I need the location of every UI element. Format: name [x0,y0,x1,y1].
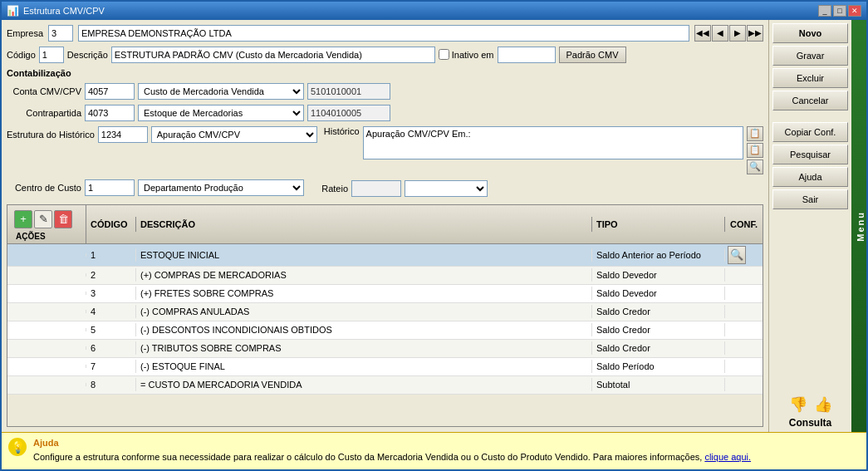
row-codigo: 5 [86,323,136,336]
row-tipo: Subtotal [592,378,725,391]
cancelar-button[interactable]: Cancelar [772,91,848,110]
descricao-input[interactable] [111,47,435,63]
row-conf [725,383,763,386]
row-conf: 🔍 [725,244,763,266]
add-row-button[interactable]: + [14,210,32,228]
row-descricao: = CUSTO DA MERCADORIA VENDIDA [136,378,592,391]
contrapartida-input[interactable] [85,105,135,121]
row-acoes [7,328,86,331]
contrapartida-code-input [307,105,390,121]
row-acoes [7,273,86,277]
thumbup-button[interactable]: 👍 [814,395,832,414]
row-conf [725,328,763,331]
conta-cmv-label: Conta CMV/CPV [7,86,81,96]
row-tipo: Saldo Credor [592,341,725,355]
nav-next-button[interactable]: ▶ [729,25,746,42]
novo-button[interactable]: Novo [772,23,848,43]
gravar-button[interactable]: Gravar [772,46,848,66]
row-tipo: Saldo Anterior ao Período [592,248,725,262]
table-row[interactable]: 6(-) TRIBUTOS SOBRE COMPRASSaldo Credor [7,340,763,358]
close-button[interactable]: ✕ [848,5,861,17]
centro-input[interactable] [85,179,135,196]
table-row[interactable]: 4(-) COMPRAS ANULADASSaldo Credor [7,303,763,321]
row-descricao: ESTOQUE INICIAL [136,248,592,262]
col-conf-header: CONF. [725,217,763,232]
row-codigo: 3 [86,287,136,300]
row-codigo: 4 [86,305,136,318]
row-conf [725,365,763,368]
conf-search-button[interactable]: 🔍 [728,246,746,264]
excluir-button[interactable]: Excluir [772,68,848,88]
window-controls: _ □ ✕ [818,5,861,17]
row-codigo: 6 [86,341,136,355]
inativo-date-input[interactable] [498,47,556,63]
codigo-input[interactable] [39,47,64,63]
table-row[interactable]: 8= CUSTO DA MERCADORIA VENDIDASubtotal [7,376,763,395]
help-body: Configure a estrutura conforme sua neces… [33,452,702,462]
rateio-select[interactable] [405,180,488,197]
centro-select[interactable]: Departamento Produção [138,179,304,196]
empresa-input[interactable] [48,25,73,42]
row-codigo: 7 [86,360,136,373]
right-panel: Novo Gravar Excluir Cancelar Copiar Conf… [768,20,851,432]
conta-cmv-code-input [307,83,390,100]
inativo-checkbox[interactable] [439,49,449,60]
table-row[interactable]: 5(-) DESCONTOS INCONDICIONAIS OBTIDOSSal… [7,321,763,340]
row-descricao: (+) FRETES SOBRE COMPRAS [136,287,592,300]
col-descricao-header: DESCRIÇÃO [136,217,592,232]
conta-cmv-select[interactable]: Custo de Mercadoria Vendida [138,83,304,100]
table-body: 1ESTOQUE INICIALSaldo Anterior ao Períod… [7,244,763,426]
inativo-container: Inativo em [439,49,494,60]
thumbdown-button[interactable]: 👎 [789,395,807,414]
row-tipo: Saldo Devedor [592,268,725,282]
ajuda-button[interactable]: Ajuda [772,167,848,187]
help-title: Ajuda [33,436,863,450]
estrutura-select[interactable]: Apuração CMV/CPV [151,126,317,143]
historico-icon2-button[interactable]: 📋 [747,143,763,158]
row-descricao: (-) ESTOQUE FINAL [136,360,592,373]
col-codigo-header: CÓDIGO [86,217,136,232]
row-conf [725,292,763,295]
delete-row-button[interactable]: 🗑 [54,210,72,228]
historico-icon1-button[interactable]: 📋 [747,126,763,141]
table-row[interactable]: 2(+) COMPRAS DE MERCADORIASSaldo Devedor [7,267,763,285]
row-tipo: Saldo Credor [592,305,725,318]
inativo-label: Inativo em [452,50,494,60]
padrao-cmv-button[interactable]: Padrão CMV [559,47,626,63]
help-icon: 💡 [8,438,27,456]
sair-button[interactable]: Sair [772,189,848,209]
row-tipo: Saldo Devedor [592,287,725,300]
row-acoes [7,383,86,386]
historico-textarea[interactable]: Apuração CMV/CPV Em.: [363,126,743,159]
historico-search-button[interactable]: 🔍 [747,159,763,174]
edit-row-button[interactable]: ✎ [34,210,52,228]
descricao-label: Descrição [67,50,108,60]
contabilizacao-label: Contabilização [7,68,71,78]
empresa-name-input[interactable] [78,25,689,42]
table-row[interactable]: 3(+) FRETES SOBRE COMPRASSaldo Devedor [7,285,763,303]
estrutura-input[interactable] [98,126,148,143]
bottom-bar: 💡 Ajuda Configure a estrutura conforme s… [2,432,868,469]
contrapartida-label: Contrapartida [7,108,81,118]
row-descricao: (-) COMPRAS ANULADAS [136,305,592,318]
help-text: Ajuda Configure a estrutura conforme sua… [33,436,863,464]
row-descricao: (-) DESCONTOS INCONDICIONAIS OBTIDOS [136,323,592,336]
contrapartida-select[interactable]: Estoque de Mercadorias [138,105,304,121]
minimize-button[interactable]: _ [818,5,831,17]
row-codigo: 1 [86,248,136,262]
row-codigo: 8 [86,378,136,391]
nav-prev-button[interactable]: ◀ [712,25,728,42]
table-header: + ✎ 🗑 AÇÕES CÓDIGO DESCRIÇÃO [7,205,763,244]
copiar-conf-button[interactable]: Copiar Conf. [772,122,848,142]
table-row[interactable]: 7(-) ESTOQUE FINALSaldo Período [7,358,763,376]
pesquisar-button[interactable]: Pesquisar [772,145,848,164]
row-acoes [7,292,86,295]
nav-first-button[interactable]: ◀◀ [694,25,711,42]
nav-last-button[interactable]: ▶▶ [747,25,763,42]
rateio-label: Rateio [311,184,348,194]
menu-tab[interactable]: Menu [851,20,868,432]
conta-cmv-input[interactable] [85,83,135,100]
maximize-button[interactable]: □ [833,5,846,17]
table-row[interactable]: 1ESTOQUE INICIALSaldo Anterior ao Períod… [7,244,763,267]
help-link[interactable]: clique aqui. [704,452,751,462]
